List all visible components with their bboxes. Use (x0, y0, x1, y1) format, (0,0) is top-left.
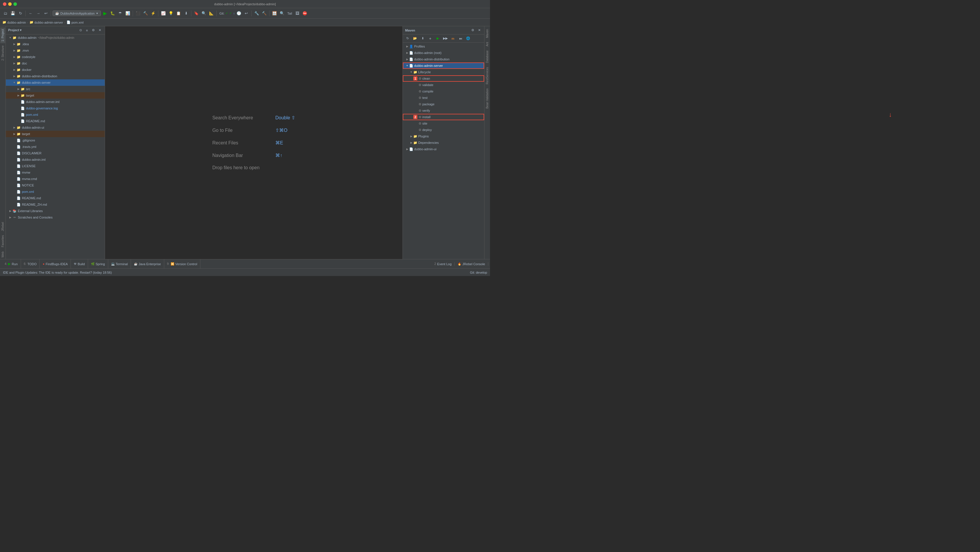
inspect-button[interactable]: 🔍 (200, 10, 207, 17)
sidebar-tab-structure[interactable]: 2: Structure (0, 44, 5, 62)
sidebar-tab-project[interactable]: 1: Project (0, 27, 5, 43)
tree-item-iml[interactable]: 📄 dubbo-admin.iml (6, 156, 105, 163)
sync-icon[interactable]: ↻ (17, 10, 24, 17)
bookmark-button[interactable]: 🔖 (193, 10, 200, 17)
git-branch-label[interactable]: Git: develop (470, 271, 487, 274)
tree-item-ext-libs[interactable]: ▶ 📚 External Libraries (6, 208, 105, 214)
maximize-button[interactable] (13, 2, 17, 6)
maven-skip-button[interactable]: ⏭ (457, 35, 464, 42)
maven-tree[interactable]: ▶ 👤 Profiles ▶ 📄 dubbo-admin (root) ▶ 📄 … (403, 43, 484, 259)
update-button[interactable]: ⬇ (183, 10, 189, 17)
tree-item-mvnw-cmd[interactable]: 📄 mvnw.cmd (6, 176, 105, 182)
tree-item-ui[interactable]: ▶ 📁 dubbo-admin-ui (6, 124, 105, 131)
bottom-tab-jrebel-console[interactable]: 🔥 JRebel Console (455, 262, 488, 266)
git-push-icon[interactable]: ↑ (233, 12, 235, 15)
breadcrumb-dubbo-admin-server[interactable]: 📁 dubbo-admin-server (29, 21, 63, 24)
maven-item-plugins[interactable]: ▶ 📁 Plugins (403, 133, 484, 140)
maven-online-button[interactable]: 🌐 (465, 35, 472, 42)
window-controls[interactable] (3, 2, 17, 6)
stop-button[interactable]: ⬛ (134, 10, 142, 17)
search-button[interactable]: 🔍 (278, 10, 286, 17)
maven-item-distribution[interactable]: ▶ 📄 dubbo-admin-distribution (403, 56, 484, 62)
breadcrumb-pom[interactable]: 📄 pom.xml (67, 21, 84, 24)
maven-item-install[interactable]: 2 ⚙ install (403, 114, 484, 120)
bottom-tab-event-log[interactable]: 2 Event Log (431, 262, 455, 266)
analyze-button[interactable]: 📐 (208, 10, 215, 17)
bottom-tab-run[interactable]: 4: ▶ Run (2, 259, 21, 269)
tree-item-mvn[interactable]: ▶ 📁 .mvn (6, 47, 105, 54)
history-button[interactable]: 🕐 (235, 10, 242, 17)
maven-plus-button[interactable]: + (427, 35, 434, 42)
tree-item-readme-server[interactable]: 📄 README.md (6, 118, 105, 124)
forward-icon[interactable]: → (35, 10, 42, 17)
debug-button[interactable]: 🐛 (109, 10, 116, 17)
maven-item-site[interactable]: ⚙ site (403, 120, 484, 127)
hide-button[interactable]: ✕ (97, 28, 102, 33)
tree-item-license[interactable]: 📄 LICENSE (6, 163, 105, 169)
run-button[interactable]: ▶ (102, 10, 108, 17)
tree-item-scratches[interactable]: ▶ ✏ Scratches and Consoles (6, 214, 105, 221)
tree-item-gitignore[interactable]: 📄 .gitignore (6, 137, 105, 143)
git-check-icon[interactable]: ✓ (226, 11, 228, 15)
maven-m-button[interactable]: m (449, 35, 457, 42)
breadcrumb-dubbo-admin[interactable]: 📁 dubbo-admin (2, 21, 26, 24)
tree-item-readme[interactable]: 📄 README.md (6, 195, 105, 201)
tree-item-readme-zh[interactable]: 📄 README_ZH.md (6, 201, 105, 208)
tools-button[interactable]: 🔧 (253, 10, 260, 17)
coverage-button[interactable]: ☂ (117, 10, 124, 17)
tree-item-pom-server[interactable]: 📄 pom.xml (6, 111, 105, 118)
tree-item-target2[interactable]: ▶ 📁 target (6, 131, 105, 137)
bottom-tab-spring[interactable]: 🌿 Spring (88, 259, 108, 269)
right-tab-bean[interactable]: Bean Validation (485, 87, 490, 110)
maven-item-validate[interactable]: ⚙ validate (403, 82, 484, 88)
maven-item-ui[interactable]: ▶ 📄 dubbo-admin-ui (403, 146, 484, 152)
sidebar-tab-favorites[interactable]: Favorites (0, 234, 5, 249)
back-icon[interactable]: ← (27, 10, 34, 17)
build-button[interactable]: 🔨 (142, 10, 149, 17)
maven-run-button[interactable]: ▶ (434, 35, 441, 42)
bottom-tab-findbugs[interactable]: ● FindBugs-IDEA (40, 259, 71, 269)
coverage2-button[interactable]: 📈 (160, 10, 167, 17)
maven-item-server[interactable]: ▼ 📄 dubbo-admin-server (403, 62, 484, 69)
right-tab-rest[interactable]: RestServices (485, 65, 490, 86)
locate-button[interactable]: ⊙ (78, 28, 83, 33)
bottom-tab-version-control[interactable]: 9: 🔀 Version Control (164, 259, 200, 269)
run-configuration[interactable]: ☕ DubboAdminApplication ▼ (52, 11, 101, 16)
right-tab-maven[interactable]: Maven (485, 27, 490, 40)
save-icon[interactable]: 💾 (10, 10, 16, 17)
maven-item-profiles[interactable]: ▶ 👤 Profiles (403, 43, 484, 49)
maven-item-clean[interactable]: 1 ⚙ clean (403, 75, 484, 82)
tree-item-travis[interactable]: 📄 .travis.yml (6, 143, 105, 150)
revert-button[interactable]: ↩ (243, 10, 250, 17)
tree-item-pom-root[interactable]: 📄 pom.xml (6, 188, 105, 195)
tree-item-docker[interactable]: ▶ 📁 docker (6, 67, 105, 73)
undo-icon[interactable]: ↩ (42, 10, 49, 17)
commit-button[interactable]: 📋 (175, 10, 182, 17)
maven-item-dependencies[interactable]: ▶ 📁 Dependencies (403, 140, 484, 146)
tree-item-mvnw[interactable]: 📄 mvnw (6, 169, 105, 176)
maven-item-lifecycle[interactable]: ▼ 📁 Lifecycle (403, 69, 484, 75)
tree-item-target[interactable]: ▶ 📁 target (6, 92, 105, 99)
tasks-button[interactable]: ⚡ (150, 10, 157, 17)
tree-item-notice[interactable]: 📄 NOTICE (6, 182, 105, 188)
tree-item-log[interactable]: 📄 dubbo-governance.log (6, 105, 105, 111)
profile-button[interactable]: 📊 (124, 10, 131, 17)
maven-settings-button[interactable]: ⚙ (470, 28, 476, 33)
bottom-tab-terminal[interactable]: 💻 Terminal (108, 259, 131, 269)
tree-item-distribution[interactable]: ▶ 📁 dubbo-admin-distribution (6, 73, 105, 80)
tree-item-doc[interactable]: ▶ 📁 doc (6, 60, 105, 67)
maven-add-button[interactable]: 📂 (412, 35, 418, 42)
disable-button[interactable]: ⛔ (301, 10, 308, 17)
sidebar-tab-jrebel[interactable]: JRebel (0, 220, 5, 233)
tree-item-disclaimer[interactable]: 📄 DISCLAIMER (6, 150, 105, 156)
settings-button[interactable]: ⚙ (91, 28, 96, 33)
maven-run2-button[interactable]: ▶▶ (442, 35, 449, 42)
maven-download-button[interactable]: ⬇ (419, 35, 426, 42)
bottom-tab-todo[interactable]: 6: TODO (21, 259, 40, 269)
bottom-tab-build[interactable]: ⚒ Build (71, 259, 88, 269)
maven-item-verify[interactable]: ⚙ verify (403, 107, 484, 114)
tools2-button[interactable]: 🔨 (261, 10, 268, 17)
right-tab-ant[interactable]: Ant (485, 40, 490, 48)
tree-item-src[interactable]: ▶ 📁 src (6, 86, 105, 92)
git-merge-icon[interactable]: ✓ (229, 11, 232, 15)
